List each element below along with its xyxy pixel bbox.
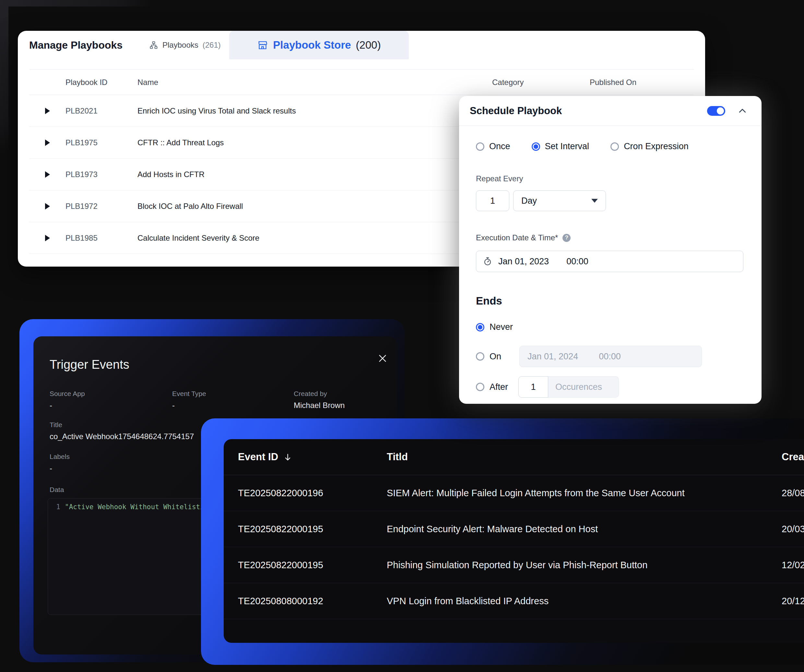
playbook-name: CFTR :: Add Threat Logs xyxy=(137,138,492,147)
schedule-toggle[interactable] xyxy=(707,106,725,116)
close-icon[interactable] xyxy=(377,353,388,363)
event-row[interactable]: TE20250822000196 SIEM Alert: Multiple Fa… xyxy=(224,475,804,511)
event-type-value: - xyxy=(172,401,294,410)
execution-datetime-input[interactable]: Jan 01, 2023 00:00 xyxy=(476,251,744,272)
tab-playbook-store[interactable]: Playbook Store (200) xyxy=(229,31,409,59)
repeat-unit-select[interactable]: Day xyxy=(513,190,606,211)
radio-after[interactable] xyxy=(476,383,484,391)
playbook-name: Calculate Incident Severity & Score xyxy=(137,234,492,243)
radio-on[interactable] xyxy=(476,352,484,361)
execution-time: 00:00 xyxy=(566,257,588,267)
radio-once-circle[interactable] xyxy=(476,142,484,151)
tab-playbooks-label: Playbooks xyxy=(162,41,198,50)
background-edge-vertical xyxy=(0,0,8,152)
radio-never-label: Never xyxy=(490,322,513,332)
playbook-id: PLB1985 xyxy=(65,234,137,243)
repeat-every-label: Repeat Every xyxy=(476,174,744,183)
tab-playbooks-count: (261) xyxy=(203,41,221,50)
repeat-value: 1 xyxy=(490,196,495,206)
expand-caret-icon[interactable] xyxy=(29,139,65,146)
radio-never[interactable] xyxy=(476,323,484,332)
tab-playbooks[interactable]: Playbooks (261) xyxy=(149,41,221,50)
repeat-value-input[interactable]: 1 xyxy=(476,190,509,211)
header-name: Name xyxy=(137,78,492,87)
event-id: TE20250808000192 xyxy=(238,596,387,607)
chevron-up-icon[interactable] xyxy=(737,106,747,116)
page-title: Manage Playbooks xyxy=(29,39,123,51)
event-title: Endpoint Security Alert: Malware Detecte… xyxy=(387,524,782,535)
event-row[interactable]: TE20250822000195 Phishing Simulation Rep… xyxy=(224,547,804,583)
end-on-time: 00:00 xyxy=(599,352,621,361)
source-app-value: - xyxy=(50,401,172,410)
expand-caret-icon[interactable] xyxy=(29,108,65,114)
trigger-events-title: Trigger Events xyxy=(50,358,397,372)
select-caret-icon xyxy=(592,199,598,203)
event-type-label: Event Type xyxy=(172,390,294,397)
event-id: TE20250822000195 xyxy=(238,524,387,535)
execution-datetime-label: Execution Date & Time* xyxy=(476,233,558,242)
end-after-input-group: 1 Occurences xyxy=(518,376,619,397)
repeat-unit-value: Day xyxy=(521,196,537,206)
help-icon[interactable] xyxy=(562,234,570,242)
created-by-value: Michael Brown xyxy=(294,401,345,410)
end-on-date: Jan 01, 2024 xyxy=(528,352,578,361)
event-row[interactable]: TE20250822000195 Endpoint Security Alert… xyxy=(224,511,804,547)
radio-cron-label: Cron Expression xyxy=(624,141,689,152)
header-title: Titld xyxy=(387,451,782,463)
event-title: SIEM Alert: Multiple Failed Login Attemp… xyxy=(387,488,782,499)
tab-playbook-store-count: (200) xyxy=(356,39,381,51)
radio-set-interval[interactable]: Set Interval xyxy=(532,141,589,152)
expand-caret-icon[interactable] xyxy=(29,171,65,178)
playbook-id: PLB1973 xyxy=(65,170,137,179)
occurrences-value-input[interactable]: 1 xyxy=(518,376,548,397)
expand-caret-icon[interactable] xyxy=(29,235,65,241)
background-edge-horizontal xyxy=(0,0,152,7)
radio-once[interactable]: Once xyxy=(476,141,510,152)
source-app-label: Source App xyxy=(50,390,172,397)
playbooks-table-header: Playbook ID Name Category Published On xyxy=(29,69,694,95)
radio-once-label: Once xyxy=(489,141,510,152)
event-created: 20/12 xyxy=(782,596,804,607)
sitemap-icon xyxy=(149,41,158,50)
header-created: Created xyxy=(782,451,804,463)
sort-descending-icon[interactable] xyxy=(283,453,292,461)
schedule-title: Schedule Playbook xyxy=(470,105,562,117)
created-by-label: Created by xyxy=(294,390,345,397)
line-number: 1 xyxy=(48,503,65,615)
radio-after-label: After xyxy=(490,382,508,392)
playbook-name: Add Hosts in CFTR xyxy=(137,170,492,179)
schedule-playbook-card: Schedule Playbook Once Set Interval Cron… xyxy=(459,96,762,404)
radio-set-interval-circle[interactable] xyxy=(532,142,540,151)
code-line: "Active Webhook Without Whitelisting" xyxy=(65,503,217,615)
playbook-name: Block IOC at Palo Alto Firewall xyxy=(137,202,492,211)
playbook-name: Enrich IOC using Virus Total and Slack r… xyxy=(137,106,492,116)
events-table-header: Event ID Titld Created xyxy=(224,439,804,475)
playbook-id: PLB1975 xyxy=(65,138,137,147)
event-row[interactable]: TE20250808000192 VPN Login from Blacklis… xyxy=(224,583,804,619)
header-event-id[interactable]: Event ID xyxy=(238,451,387,463)
event-created: 28/08 xyxy=(782,488,804,499)
ends-heading: Ends xyxy=(476,295,744,307)
end-on-datetime-input: Jan 01, 2024 00:00 xyxy=(520,346,702,367)
event-created: 20/03 xyxy=(782,524,804,535)
event-title: Phishing Simulation Reported by User via… xyxy=(387,560,782,571)
schedule-body: Once Set Interval Cron Expression Repeat… xyxy=(459,126,762,397)
schedule-mode-group: Once Set Interval Cron Expression xyxy=(476,141,744,152)
radio-cron-circle[interactable] xyxy=(610,142,619,151)
header-event-id-label: Event ID xyxy=(238,451,278,463)
event-id: TE20250822000195 xyxy=(238,560,387,571)
expand-caret-icon[interactable] xyxy=(29,203,65,209)
radio-cron-expression[interactable]: Cron Expression xyxy=(610,141,689,152)
end-never-row: Never xyxy=(476,322,744,332)
radio-on-label: On xyxy=(490,352,501,361)
timer-icon xyxy=(483,257,492,266)
events-gradient-frame: Event ID Titld Created TE20250822000196 … xyxy=(201,419,804,665)
playbook-id: PLB1972 xyxy=(65,202,137,211)
store-icon xyxy=(257,39,268,51)
header-playbook-id: Playbook ID xyxy=(65,78,137,87)
execution-date: Jan 01, 2023 xyxy=(498,257,549,267)
header-published-on: Published On xyxy=(590,78,694,87)
manage-playbooks-header: Manage Playbooks Playbooks (261) xyxy=(18,31,705,59)
events-table-card: Event ID Titld Created TE20250822000196 … xyxy=(224,439,804,643)
event-created: 12/02 xyxy=(782,560,804,571)
